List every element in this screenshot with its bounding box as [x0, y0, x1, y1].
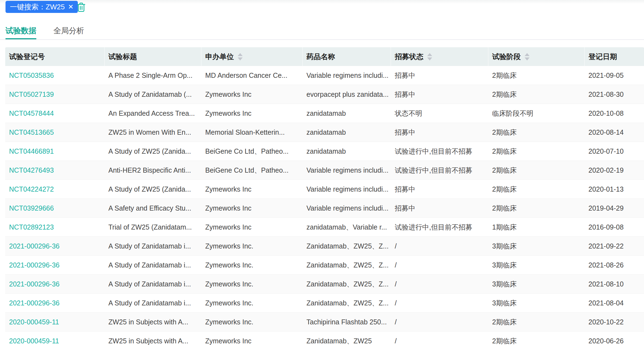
trial-id-link[interactable]: 2021-000296-36: [5, 280, 105, 288]
trial-id-link[interactable]: NCT04224272: [5, 185, 105, 193]
sort-icon[interactable]: [238, 53, 243, 60]
trial-id-link[interactable]: NCT04276493: [5, 166, 105, 174]
cell-drug: Variable regimens includi...: [303, 204, 391, 212]
cell-sponsor: Zymeworks Inc: [201, 109, 303, 117]
table-row: NCT03929666A Safety and Efficacy Stu...Z…: [5, 199, 644, 218]
column-header-status[interactable]: 招募状态: [391, 47, 488, 66]
cell-phase: 2期临床: [488, 318, 585, 327]
cell-date: 2020-02-19: [585, 166, 644, 174]
cell-title: A Study of Zanidatamab (...: [105, 90, 201, 98]
close-icon[interactable]: ✕: [68, 4, 73, 10]
cell-phase: 临床阶段不明: [488, 109, 585, 118]
trial-id-link[interactable]: NCT04578444: [5, 109, 105, 117]
trial-id-link[interactable]: 2021-000296-36: [5, 299, 105, 307]
cell-phase: 2期临床: [488, 128, 585, 137]
table-body: NCT05035836A Phase 2 Single-Arm Op...MD …: [5, 66, 644, 345]
cell-date: 2020-06-26: [585, 337, 644, 345]
table-header-row: 试验登记号试验标题申办单位药品名称招募状态试验阶段登记日期: [5, 47, 644, 66]
cell-title: A Study of Zanidatamab i...: [105, 299, 201, 307]
clear-filters-button[interactable]: [76, 2, 86, 13]
table-row: NCT04276493Anti-HER2 Bispecific Anti...B…: [5, 161, 644, 180]
cell-drug: evorpacept plus zanidata...: [303, 90, 391, 98]
cell-phase: 2期临床: [488, 71, 585, 80]
trial-id-link[interactable]: NCT02892123: [5, 223, 105, 231]
trash-icon: [76, 2, 86, 12]
cell-drug: Zanidatamab、ZW25、Z...: [303, 299, 391, 308]
cell-title: An Expanded Access Trea...: [105, 109, 201, 117]
trial-id-link[interactable]: 2020-000459-11: [5, 318, 105, 326]
tab-bar: 试验数据 全局分析: [0, 23, 644, 40]
table-row: NCT05035836A Phase 2 Single-Arm Op...MD …: [5, 66, 644, 85]
column-header-label: 登记日期: [588, 52, 617, 62]
trial-id-link[interactable]: 2020-000459-11: [5, 337, 105, 345]
cell-phase: 2期临床: [488, 166, 585, 175]
table-row: NCT04513665ZW25 in Women With En...Memor…: [5, 123, 644, 142]
cell-sponsor: Zymeworks Inc: [201, 223, 303, 231]
caret-up-icon: [525, 53, 530, 56]
trial-id-link[interactable]: NCT05035836: [5, 71, 105, 79]
table-row: NCT04466891A Study of ZW25 (Zanida...Bei…: [5, 142, 644, 161]
cell-title: A Study of Zanidatamab i...: [105, 242, 201, 250]
cell-phase: 1期临床: [488, 223, 585, 232]
cell-date: 2020-10-08: [585, 109, 644, 117]
cell-sponsor: Zymeworks Inc.: [201, 299, 303, 307]
trial-id-link[interactable]: NCT04466891: [5, 147, 105, 155]
search-filter-tag[interactable]: 一键搜索：ZW25 ✕: [6, 1, 78, 13]
cell-sponsor: Zymeworks Inc.: [201, 242, 303, 250]
cell-title: A Safety and Efficacy Stu...: [105, 204, 201, 212]
cell-sponsor: Zymeworks Inc.: [201, 318, 303, 326]
cell-title: A Study of Zanidatamab i...: [105, 280, 201, 288]
cell-phase: 2期临床: [488, 185, 585, 194]
table-row: NCT04224272A Study of ZW25 (Zanida...Zym…: [5, 180, 644, 199]
cell-drug: Zanidatamab、ZW25、Z...: [303, 242, 391, 251]
cell-status: /: [391, 280, 488, 288]
cell-title: ZW25 in Women With En...: [105, 128, 201, 136]
cell-drug: Variable regimens includi...: [303, 71, 391, 79]
trial-id-link[interactable]: 2021-000296-36: [5, 242, 105, 250]
sort-icon[interactable]: [525, 53, 530, 60]
cell-drug: Variable regimens includi...: [303, 166, 391, 174]
table-row: NCT02892123Trial of ZW25 (Zanidatam...Zy…: [5, 218, 644, 237]
cell-date: 2020-01-13: [585, 185, 644, 193]
cell-status: 试验进行中,但目前不招募: [391, 147, 488, 156]
cell-phase: 2期临床: [488, 204, 585, 213]
cell-status: 招募中: [391, 204, 488, 213]
trial-id-link[interactable]: 2021-000296-36: [5, 261, 105, 269]
cell-phase: 3期临床: [488, 280, 585, 289]
trial-id-link[interactable]: NCT05027139: [5, 90, 105, 98]
caret-up-icon: [427, 53, 432, 56]
cell-status: 招募中: [391, 185, 488, 194]
trial-id-link[interactable]: NCT03929666: [5, 204, 105, 212]
table-row: 2021-000296-36A Study of Zanidatamab i..…: [5, 256, 644, 275]
sort-icon[interactable]: [427, 53, 432, 60]
column-header-phase[interactable]: 试验阶段: [488, 47, 585, 66]
cell-date: 2021-08-26: [585, 261, 644, 269]
cell-title: A Study of ZW25 (Zanida...: [105, 147, 201, 155]
tab-global-analysis[interactable]: 全局分析: [53, 23, 84, 39]
trial-id-link[interactable]: NCT04513665: [5, 128, 105, 136]
column-header-sponsor[interactable]: 申办单位: [201, 47, 303, 66]
trials-table: 试验登记号试验标题申办单位药品名称招募状态试验阶段登记日期 NCT0503583…: [5, 47, 644, 345]
table-row: 2021-000296-36A Study of Zanidatamab i..…: [5, 275, 644, 294]
cell-sponsor: Zymeworks Inc: [201, 204, 303, 212]
cell-date: 2020-10-22: [585, 318, 644, 326]
cell-date: 2021-09-05: [585, 71, 644, 79]
column-header-label: 申办单位: [205, 52, 234, 62]
cell-title: ZW25 in Subjects with A...: [105, 318, 201, 326]
cell-sponsor: BeiGene Co Ltd、Patheo...: [201, 147, 303, 156]
cell-drug: Variable regimens includi...: [303, 185, 391, 193]
cell-sponsor: MD Anderson Cancer Ce...: [201, 71, 303, 79]
cell-date: 2016-09-08: [585, 223, 644, 231]
column-header-label: 招募状态: [395, 52, 423, 62]
column-header-title: 试验标题: [105, 47, 201, 66]
column-header-date: 登记日期: [585, 47, 644, 66]
tab-trial-data[interactable]: 试验数据: [6, 23, 36, 39]
search-tag-label: 一键搜索：ZW25: [10, 2, 65, 12]
cell-title: ZW25 in Subjects with A...: [105, 337, 201, 345]
caret-down-icon: [427, 57, 432, 60]
cell-title: Anti-HER2 Bispecific Anti...: [105, 166, 201, 174]
cell-status: 状态不明: [391, 109, 488, 118]
cell-sponsor: Zymeworks Inc: [201, 337, 303, 345]
cell-drug: zanidatamab: [303, 147, 391, 155]
column-header-label: 试验标题: [108, 52, 137, 62]
